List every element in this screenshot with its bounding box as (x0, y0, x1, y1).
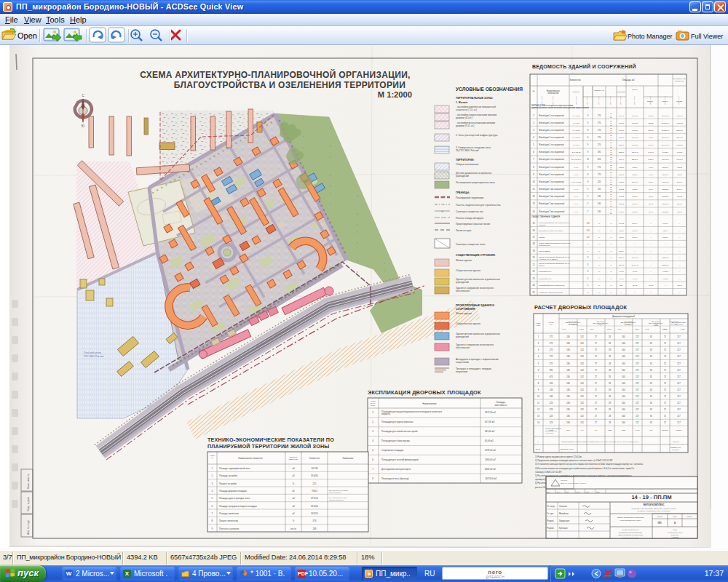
svg-text:8492.0: 8492.0 (662, 223, 668, 225)
svg-text:544: 544 (622, 388, 625, 391)
svg-text:Наименование показателя: Наименование показателя (238, 457, 263, 460)
svg-text:Дворовые площадки,м2: Дворовые площадки,м2 (612, 315, 636, 318)
svg-text:7634,0: 7634,0 (312, 490, 317, 493)
svg-text:16: 16 (532, 229, 535, 232)
svg-text:30490.60: 30490.60 (662, 115, 670, 117)
svg-text:30495.60: 30495.60 (662, 122, 670, 124)
svg-text:Санитарно-защитных зон: Санитарно-защитных зон (456, 210, 483, 213)
svg-text:641,00 м2: 641,00 м2 (485, 430, 495, 433)
svg-text:Трансформаторная подстанция: Трансформаторная подстанция (539, 284, 565, 287)
svg-text:Плотность населения: Плотность населения (219, 527, 240, 530)
svg-text:13: 13 (532, 202, 535, 205)
svg-text:33 443,0: 33 443,0 (311, 474, 319, 477)
svg-text:120: 120 (598, 188, 601, 191)
svg-text:ПП: ПП (658, 522, 662, 525)
svg-text:ТЕРРИТОРИИ:: ТЕРРИТОРИИ: (456, 159, 475, 162)
svg-text:Площадки для занятий физкульту: Площадки для занятий физкультурой (381, 458, 419, 461)
svg-text:8: 8 (674, 522, 676, 525)
svg-text:Участка, выделенного для строи: Участка, выделенного для строительства (456, 204, 501, 207)
svg-text:этаж кв общ: этаж кв общ (664, 96, 665, 105)
svg-text:132: 132 (580, 408, 584, 411)
svg-text:Ю: Ю (82, 124, 85, 128)
svg-text:Кол-во: Кол-во (549, 322, 555, 323)
svg-text:217: 217 (636, 342, 639, 345)
svg-text:217: 217 (636, 408, 639, 411)
svg-text:Full Viewer: Full Viewer (691, 33, 723, 40)
svg-text:913.2: 913.2 (620, 230, 625, 232)
svg-text:—: — (598, 278, 601, 280)
svg-text:ранспорта: ранспорта (675, 324, 683, 325)
svg-text:дома: дома (536, 324, 540, 326)
svg-text:6706.6: 6706.6 (632, 203, 638, 205)
svg-text:—: — (610, 278, 612, 280)
svg-text:170: 170 (598, 114, 601, 117)
svg-text:30660.6: 30660.6 (662, 174, 669, 176)
svg-text:132: 132 (580, 362, 584, 365)
svg-text:126: 126 (550, 382, 553, 385)
svg-text:2-3: 2-3 (587, 222, 590, 225)
svg-text:этаж кв общ: этаж кв общ (678, 96, 679, 105)
svg-text:территории М 1:2000: территории М 1:2000 (622, 537, 639, 539)
svg-text:Разраб.: Разраб. (547, 527, 555, 530)
svg-text:180: 180 (566, 415, 570, 418)
svg-text:170: 170 (598, 166, 601, 169)
svg-text:кол-во: кол-во (645, 328, 649, 330)
svg-text:391: 391 (550, 369, 553, 372)
svg-text:Для игр детей дошк: Для игр детей дошк (566, 322, 580, 323)
svg-text:1.: 1. (211, 467, 213, 470)
svg-text:1492.4: 1492.4 (632, 236, 638, 239)
svg-text:17: 17 (532, 236, 535, 239)
svg-text:6705.6: 6705.6 (632, 196, 638, 198)
svg-text:3.: 3. (372, 430, 374, 433)
svg-text:882.0: 882.0 (663, 230, 668, 232)
svg-text:9836.6: 9836.6 (632, 174, 638, 176)
svg-text:18: 18 (532, 242, 535, 245)
svg-text:Без площадок для парковк: Без площадок для парковк (329, 490, 348, 491)
svg-text:15: 15 (532, 222, 535, 225)
svg-text:272: 272 (550, 362, 553, 365)
svg-text:3) Установлено жильцов принято: 3) Установлено жильцов принято из расчет… (535, 463, 644, 466)
svg-text:этаж кв общ: этаж кв общ (575, 96, 577, 105)
svg-text:Площадки для отдыха взрослых: Площадки для отдыха взрослых (381, 420, 414, 423)
svg-text:Лист: Лист (673, 516, 677, 518)
svg-text:220: 220 (598, 180, 601, 183)
svg-text:217: 217 (677, 402, 681, 404)
svg-text:217: 217 (636, 415, 639, 418)
svg-text:1-10-(1-12-8: 1-10-(1-12-8 (571, 181, 582, 183)
svg-text:Площадь застройки: Площадь застройки (219, 474, 237, 477)
svg-text:Проектируемые красные линии: Проектируемые красные линии (456, 223, 490, 226)
svg-text:180: 180 (566, 335, 570, 338)
svg-text:195: 195 (598, 151, 601, 154)
svg-text:544: 544 (622, 415, 625, 418)
svg-text:10: 10 (532, 180, 535, 183)
svg-text:—: — (610, 264, 612, 266)
svg-text:—: — (610, 257, 612, 259)
svg-text:99077.6: 99077.6 (676, 159, 683, 161)
svg-text:Жилой дом 5-ти секционный: Жилой дом 5-ти секционный (539, 136, 564, 139)
svg-text:1901.0: 1901.0 (619, 211, 625, 213)
svg-text:—: — (598, 236, 601, 239)
svg-text:24: 24 (532, 284, 535, 287)
svg-text:Н. контр.: Н. контр. (547, 505, 555, 508)
svg-text:306.2: 306.2 (678, 284, 683, 287)
svg-text:чащихся: чащихся (539, 224, 546, 226)
svg-text:м факт: м факт (635, 328, 639, 330)
svg-text:30446.04: 30446.04 (662, 137, 670, 139)
svg-text:луатационная: луатационная (539, 244, 550, 247)
svg-text:217: 217 (677, 348, 681, 351)
svg-text:9107.00: 9107.00 (632, 122, 638, 124)
svg-text:—: — (610, 236, 612, 239)
svg-text:Жилой дом 5-ти секционный: Жилой дом 5-ти секционный (539, 151, 564, 154)
svg-text:Застройки: Застройки (617, 91, 625, 93)
svg-text:Полосы отвода автодорог: Полосы отвода автодорог (456, 217, 484, 220)
svg-text:132: 132 (580, 402, 584, 404)
svg-text:217: 217 (677, 388, 681, 391)
svg-text:132: 132 (580, 421, 584, 424)
svg-text:130: 130 (598, 210, 601, 213)
svg-text:217: 217 (636, 355, 639, 358)
svg-text:Площадки для хозяйственных цел: Площадки для хозяйственных целей (381, 430, 418, 433)
svg-text:936.7: 936.7 (649, 181, 654, 183)
svg-text:269.0: 269.0 (649, 203, 654, 205)
svg-text:ОБЩЕСТВЕННЫЕ ЗДАНИЯ: ОБЩЕСТВЕННЫЕ ЗДАНИЯ (531, 215, 560, 218)
svg-text:180: 180 (566, 402, 570, 404)
